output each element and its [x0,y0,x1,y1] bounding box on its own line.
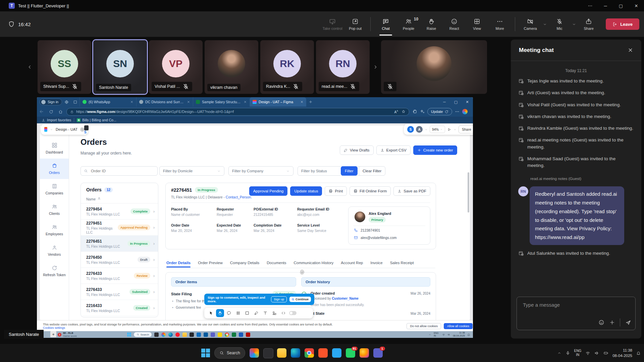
emoji-icon[interactable] [598,319,604,325]
sidebar-item[interactable]: Employees [40,220,69,240]
sign-up-button[interactable]: Sign up [271,296,287,302]
notepad-icon[interactable] [263,348,273,358]
save-as-pdf-button[interactable]: Save as PDF [393,186,430,196]
sort-descending-icon[interactable] [97,197,101,201]
tab-close-icon[interactable] [130,100,133,104]
chat-close-icon[interactable] [628,47,633,53]
attach-plus-icon[interactable] [609,319,615,325]
word-icon[interactable] [239,333,243,337]
view-button[interactable]: View [467,13,487,35]
detail-tab[interactable]: Order Preview [198,261,223,267]
order-row[interactable]: 2279451 TL Flex Holdings LLC Approval Pe… [81,220,158,236]
contact-email[interactable]: alex@vstatefilings.com [361,236,397,240]
collaborator-avatar[interactable]: S [407,126,414,133]
zoom-control[interactable]: 94% [430,126,445,133]
mic-tray-icon[interactable] [566,351,570,355]
detail-tab[interactable]: Invoice [370,261,382,267]
copilot-icon[interactable] [161,333,166,337]
pin-plus-icon[interactable]: + [50,331,56,337]
participant-tile[interactable]: SN Santosh Narate [93,40,147,94]
speaker-icon[interactable] [594,351,599,356]
start-button[interactable] [201,349,210,357]
participant-tile[interactable]: RN read.ai mee... [316,40,370,94]
refresh-icon[interactable] [46,110,56,114]
camera-button[interactable]: Camera [520,13,541,35]
chevron-down-icon[interactable] [425,128,428,131]
sidebar-item[interactable]: Companies [40,179,69,199]
tab-close-icon[interactable] [187,100,190,104]
language-indicator[interactable]: ENG IN [434,332,440,337]
window-more-icon[interactable] [582,0,598,11]
brave-icon[interactable] [318,348,328,358]
bookmark-import-favorites[interactable]: Import favorites [42,118,71,122]
order-row[interactable]: 2276433 TL Flex Holdings LLC Submitted › [81,284,158,300]
edge-icon[interactable] [291,348,300,358]
text-tool-icon[interactable] [261,309,269,317]
share-button[interactable]: Share [578,13,599,35]
chat-message-bubble[interactable]: Redberyl and Santosh added read.ai meeti… [530,186,624,245]
chat-message-input[interactable] [522,302,624,308]
filter-button[interactable]: Filter [341,166,358,176]
notification-bell-icon[interactable] [467,333,470,336]
sidebar-item[interactable]: Vendors [40,240,69,261]
teams-icon[interactable]: 1 [373,348,383,358]
language-indicator[interactable]: ENGIN [574,349,582,357]
chat-compose-box[interactable] [517,297,636,330]
browser-tab[interactable]: DC Divisions and Surroundings [136,97,193,107]
browser-workspaces-icon[interactable] [62,100,71,104]
dev-mode-toggle[interactable] [289,311,297,315]
back-icon[interactable] [37,109,46,114]
participant-tile[interactable]: VP Vishal Patil ... [149,40,203,94]
start-button[interactable] [127,333,131,337]
allow-cookies-button[interactable]: Allow all cookies [444,323,473,329]
chat-button[interactable]: Chat [375,13,396,35]
pen-tool-icon[interactable] [252,309,260,317]
opera-icon[interactable] [175,333,180,337]
react-button[interactable]: React [444,13,465,35]
order-row[interactable]: 2276450 TL Flex Holdings LLC Draft › [81,252,158,268]
pop-out-button[interactable]: Pop out [345,13,366,35]
notification-bell-icon[interactable] [636,351,641,355]
favorite-star-icon[interactable] [401,110,406,114]
taskbar-search[interactable]: Search [134,332,152,337]
todo-icon[interactable] [218,333,222,337]
taskbar-search[interactable]: Search [214,347,245,359]
defender-icon[interactable] [204,333,208,337]
whatsapp-icon[interactable]: 81 [346,348,355,358]
speaker-icon[interactable] [447,333,450,336]
shape-tool-icon[interactable] [243,309,251,317]
tab-close-icon[interactable] [244,100,247,104]
filmstrip-scroll-left-button[interactable] [26,62,34,72]
copilot-icon[interactable] [462,109,468,114]
page-scrollbar[interactable] [468,172,469,213]
detail-tab[interactable]: Documents [267,261,286,267]
comment-tool-icon[interactable] [225,309,233,317]
browser-signin-button[interactable]: Sign in [40,99,62,105]
browser-tab[interactable]: (6) WhatsApp [79,97,136,107]
print-button[interactable]: Print [325,186,347,196]
dev-mode-icon[interactable] [279,309,287,317]
order-row[interactable]: 2279454 TL Flex Holdings LLC Complete › [81,203,158,220]
filter-dropdown[interactable]: Filter by Company [228,166,293,176]
excel-icon[interactable] [232,333,236,337]
chrome-icon[interactable] [225,333,229,337]
contact-person-link[interactable]: Contact_Person. [226,195,252,199]
browser-maximize-button[interactable]: ▢ [450,97,462,107]
raise-hand-button[interactable]: Raise [421,13,442,35]
file-explorer-icon[interactable] [277,348,286,358]
teams-icon[interactable] [211,333,215,337]
wifi-icon[interactable] [442,333,445,336]
order-id-search[interactable] [80,166,158,176]
figma-logo-icon[interactable] [44,127,47,132]
file-explorer-icon[interactable] [182,333,187,337]
chrome-icon[interactable] [305,348,314,358]
bookmark-bills[interactable]: B Bills | Billing and Co... [77,118,116,122]
browser-update-button[interactable]: Update [427,108,452,115]
filter-dropdown[interactable]: Filter by Domicile [159,166,224,176]
window-maximize-button[interactable]: ▢ [613,0,629,11]
chevron-down-icon[interactable] [453,128,457,131]
more-button[interactable]: More [489,13,510,35]
order-row[interactable]: 2276433 TL Flex Holdings LLC Review › [81,268,158,284]
participant-tile[interactable]: SS Shivani Sup... [38,40,91,94]
sidebar-item[interactable]: Orders [40,159,69,179]
